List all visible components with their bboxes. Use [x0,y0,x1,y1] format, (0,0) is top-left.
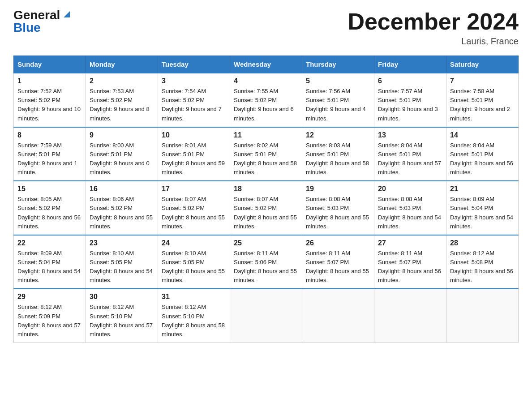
table-row: 13 Sunrise: 8:04 AMSunset: 5:01 PMDaylig… [374,127,446,181]
table-row: 11 Sunrise: 8:02 AMSunset: 5:01 PMDaylig… [230,127,302,181]
day-info: Sunrise: 8:07 AMSunset: 5:02 PMDaylight:… [234,196,297,229]
day-info: Sunrise: 8:07 AMSunset: 5:02 PMDaylight:… [162,196,225,229]
day-info: Sunrise: 8:08 AMSunset: 5:03 PMDaylight:… [378,196,441,229]
day-info: Sunrise: 8:09 AMSunset: 5:04 PMDaylight:… [450,196,513,229]
location-subtitle: Lauris, France [348,36,519,47]
day-info: Sunrise: 8:06 AMSunset: 5:02 PMDaylight:… [90,196,153,229]
week-row-3: 15 Sunrise: 8:05 AMSunset: 5:02 PMDaylig… [14,181,519,235]
table-row: 25 Sunrise: 8:11 AMSunset: 5:06 PMDaylig… [230,235,302,289]
table-row: 24 Sunrise: 8:10 AMSunset: 5:05 PMDaylig… [158,235,230,289]
table-row: 28 Sunrise: 8:12 AMSunset: 5:08 PMDaylig… [446,235,519,289]
col-sunday: Sunday [14,56,86,73]
day-number: 2 [90,77,154,85]
logo-blue-text: Blue [13,21,41,34]
day-number: 7 [450,77,515,85]
day-info: Sunrise: 8:10 AMSunset: 5:05 PMDaylight:… [162,250,225,283]
table-row: 27 Sunrise: 8:11 AMSunset: 5:07 PMDaylig… [374,235,446,289]
day-number: 26 [306,239,370,247]
day-number: 4 [234,77,298,85]
table-row: 1 Sunrise: 7:52 AMSunset: 5:02 PMDayligh… [14,73,86,127]
logo-triangle-icon [62,9,72,21]
col-friday: Friday [374,56,446,73]
day-info: Sunrise: 7:59 AMSunset: 5:01 PMDaylight:… [17,142,77,176]
day-number: 24 [162,239,226,247]
table-row: 23 Sunrise: 8:10 AMSunset: 5:05 PMDaylig… [86,235,158,289]
day-number: 14 [450,131,515,139]
table-row: 2 Sunrise: 7:53 AMSunset: 5:02 PMDayligh… [86,73,158,127]
day-number: 8 [17,131,82,139]
table-row: 14 Sunrise: 8:04 AMSunset: 5:01 PMDaylig… [446,127,519,181]
day-number: 30 [90,293,154,301]
table-row: 22 Sunrise: 8:09 AMSunset: 5:04 PMDaylig… [14,235,86,289]
table-row: 30 Sunrise: 8:12 AMSunset: 5:10 PMDaylig… [86,289,158,342]
day-number: 19 [306,185,370,193]
day-info: Sunrise: 8:12 AMSunset: 5:09 PMDaylight:… [17,304,81,337]
logo-general-text: General [13,9,72,21]
table-row [446,289,519,342]
day-number: 29 [17,293,82,301]
calendar-header-row: Sunday Monday Tuesday Wednesday Thursday… [14,56,519,73]
day-info: Sunrise: 7:56 AMSunset: 5:01 PMDaylight:… [306,88,366,121]
day-info: Sunrise: 8:05 AMSunset: 5:02 PMDaylight:… [17,196,81,229]
day-number: 25 [234,239,298,247]
week-row-2: 8 Sunrise: 7:59 AMSunset: 5:01 PMDayligh… [14,127,519,181]
col-monday: Monday [86,56,158,73]
day-info: Sunrise: 8:12 AMSunset: 5:10 PMDaylight:… [162,304,225,337]
table-row: 18 Sunrise: 8:07 AMSunset: 5:02 PMDaylig… [230,181,302,235]
day-info: Sunrise: 7:58 AMSunset: 5:01 PMDaylight:… [450,88,510,121]
day-info: Sunrise: 8:11 AMSunset: 5:07 PMDaylight:… [306,250,369,283]
day-info: Sunrise: 8:00 AMSunset: 5:01 PMDaylight:… [90,142,150,176]
day-number: 21 [450,185,515,193]
day-number: 10 [162,131,226,139]
day-number: 22 [17,239,82,247]
svg-marker-0 [64,11,70,17]
table-row: 26 Sunrise: 8:11 AMSunset: 5:07 PMDaylig… [302,235,374,289]
table-row [374,289,446,342]
table-row: 21 Sunrise: 8:09 AMSunset: 5:04 PMDaylig… [446,181,519,235]
title-block: December 2024 Lauris, France [348,9,519,47]
day-number: 31 [162,293,226,301]
day-info: Sunrise: 8:02 AMSunset: 5:01 PMDaylight:… [234,142,297,176]
table-row: 8 Sunrise: 7:59 AMSunset: 5:01 PMDayligh… [14,127,86,181]
table-row: 10 Sunrise: 8:01 AMSunset: 5:01 PMDaylig… [158,127,230,181]
day-number: 3 [162,77,226,85]
day-number: 27 [378,239,442,247]
day-info: Sunrise: 8:01 AMSunset: 5:01 PMDaylight:… [162,142,225,176]
table-row: 4 Sunrise: 7:55 AMSunset: 5:02 PMDayligh… [230,73,302,127]
table-row: 12 Sunrise: 8:03 AMSunset: 5:01 PMDaylig… [302,127,374,181]
day-info: Sunrise: 7:52 AMSunset: 5:02 PMDaylight:… [17,88,81,121]
day-number: 6 [378,77,442,85]
week-row-1: 1 Sunrise: 7:52 AMSunset: 5:02 PMDayligh… [14,73,519,127]
day-info: Sunrise: 8:03 AMSunset: 5:01 PMDaylight:… [306,142,369,176]
page-header: General Blue December 2024 Lauris, Franc… [13,9,519,47]
day-info: Sunrise: 7:53 AMSunset: 5:02 PMDaylight:… [90,88,150,121]
day-info: Sunrise: 8:08 AMSunset: 5:03 PMDaylight:… [306,196,369,229]
day-number: 18 [234,185,298,193]
table-row: 15 Sunrise: 8:05 AMSunset: 5:02 PMDaylig… [14,181,86,235]
day-number: 16 [90,185,154,193]
day-number: 11 [234,131,298,139]
table-row: 7 Sunrise: 7:58 AMSunset: 5:01 PMDayligh… [446,73,519,127]
day-info: Sunrise: 7:55 AMSunset: 5:02 PMDaylight:… [234,88,294,121]
table-row: 17 Sunrise: 8:07 AMSunset: 5:02 PMDaylig… [158,181,230,235]
col-tuesday: Tuesday [158,56,230,73]
table-row: 19 Sunrise: 8:08 AMSunset: 5:03 PMDaylig… [302,181,374,235]
day-number: 12 [306,131,370,139]
day-number: 17 [162,185,226,193]
day-number: 23 [90,239,154,247]
table-row: 9 Sunrise: 8:00 AMSunset: 5:01 PMDayligh… [86,127,158,181]
table-row: 16 Sunrise: 8:06 AMSunset: 5:02 PMDaylig… [86,181,158,235]
day-info: Sunrise: 8:09 AMSunset: 5:04 PMDaylight:… [17,250,81,283]
day-number: 5 [306,77,370,85]
day-info: Sunrise: 7:54 AMSunset: 5:02 PMDaylight:… [162,88,222,121]
day-info: Sunrise: 7:57 AMSunset: 5:01 PMDaylight:… [378,88,438,121]
calendar-table: Sunday Monday Tuesday Wednesday Thursday… [13,56,519,343]
col-thursday: Thursday [302,56,374,73]
logo: General Blue [13,9,72,34]
day-number: 13 [378,131,442,139]
col-saturday: Saturday [446,56,519,73]
day-info: Sunrise: 8:12 AMSunset: 5:08 PMDaylight:… [450,250,513,283]
day-info: Sunrise: 8:12 AMSunset: 5:10 PMDaylight:… [90,304,153,337]
table-row: 31 Sunrise: 8:12 AMSunset: 5:10 PMDaylig… [158,289,230,342]
table-row: 29 Sunrise: 8:12 AMSunset: 5:09 PMDaylig… [14,289,86,342]
